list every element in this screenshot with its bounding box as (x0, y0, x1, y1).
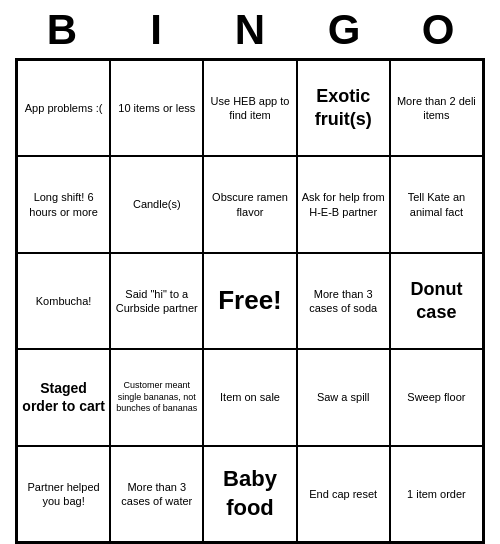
bingo-cell-4: More than 2 deli items (390, 60, 483, 156)
bingo-cell-1: 10 items or less (110, 60, 203, 156)
bingo-cell-8: Ask for help from H-E-B partner (297, 156, 390, 252)
bingo-title: B I N G O (15, 0, 485, 58)
title-g: G (309, 6, 379, 54)
bingo-cell-23: End cap reset (297, 446, 390, 542)
title-b: B (27, 6, 97, 54)
bingo-cell-19: Sweep floor (390, 349, 483, 445)
bingo-cell-3: Exotic fruit(s) (297, 60, 390, 156)
bingo-cell-9: Tell Kate an animal fact (390, 156, 483, 252)
bingo-cell-10: Kombucha! (17, 253, 110, 349)
bingo-cell-21: More than 3 cases of water (110, 446, 203, 542)
bingo-cell-0: App problems :( (17, 60, 110, 156)
bingo-cell-14: Donut case (390, 253, 483, 349)
title-i: I (121, 6, 191, 54)
bingo-cell-11: Said "hi" to a Curbside partner (110, 253, 203, 349)
bingo-cell-12: Free! (203, 253, 296, 349)
bingo-cell-15: Staged order to cart (17, 349, 110, 445)
bingo-cell-17: Item on sale (203, 349, 296, 445)
bingo-cell-7: Obscure ramen flavor (203, 156, 296, 252)
title-o: O (403, 6, 473, 54)
bingo-cell-22: Baby food (203, 446, 296, 542)
bingo-cell-6: Candle(s) (110, 156, 203, 252)
bingo-cell-13: More than 3 cases of soda (297, 253, 390, 349)
bingo-cell-2: Use HEB app to find item (203, 60, 296, 156)
title-n: N (215, 6, 285, 54)
bingo-cell-24: 1 item order (390, 446, 483, 542)
bingo-cell-5: Long shift! 6 hours or more (17, 156, 110, 252)
bingo-cell-18: Saw a spill (297, 349, 390, 445)
bingo-grid: App problems :(10 items or lessUse HEB a… (15, 58, 485, 544)
bingo-cell-16: Customer meant single bananas, not bunch… (110, 349, 203, 445)
bingo-cell-20: Partner helped you bag! (17, 446, 110, 542)
